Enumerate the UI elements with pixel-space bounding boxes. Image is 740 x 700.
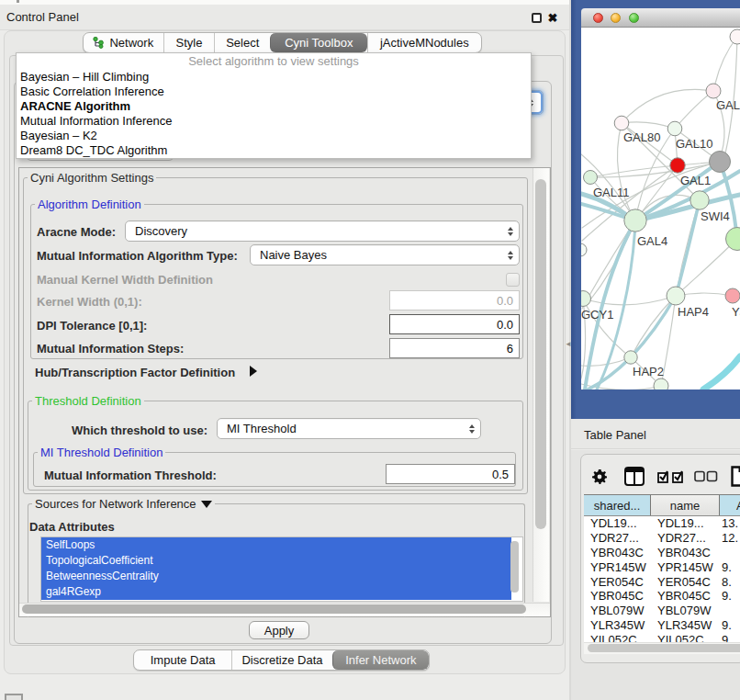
table-row[interactable]: YLR345WYLR345W9. (584, 618, 740, 633)
dpi-tolerance-value: 0.0 (497, 318, 513, 332)
network-tree-icon (93, 37, 105, 49)
table-cell: YDL19... (584, 516, 651, 530)
table-hscrollbar-thumb[interactable] (588, 644, 740, 652)
float-window-button[interactable] (532, 13, 542, 23)
table-cell: YER054C (651, 575, 720, 589)
tab-style[interactable]: Style (163, 33, 215, 52)
network-edge[interactable] (703, 356, 740, 390)
tab-cyni-toolbox[interactable]: Cyni Toolbox (270, 33, 367, 52)
mi-type-combo[interactable]: Naive Bayes (250, 244, 520, 265)
gear-icon[interactable] (592, 469, 607, 484)
attribute-item-topologicalcoefficient[interactable]: TopologicalCoefficient (41, 553, 511, 569)
network-node-SWI4[interactable] (690, 191, 709, 209)
network-node-label: GAL2 (716, 98, 740, 112)
bottom-left-cut-button[interactable] (5, 694, 23, 700)
settings-vscrollbar-thumb[interactable] (535, 179, 546, 529)
tab-label: Select (226, 36, 259, 50)
network-edge[interactable] (583, 296, 676, 305)
hub-expand-arrow-icon[interactable] (250, 366, 257, 377)
document-icon[interactable] (731, 466, 740, 487)
data-attributes-list[interactable]: SelfLoopsTopologicalCoefficientBetweenne… (40, 536, 523, 602)
mi-threshold-field[interactable]: 0.5 (386, 464, 515, 484)
close-panel-button[interactable]: ✖ (546, 11, 559, 26)
tab-network[interactable]: Network (84, 33, 163, 52)
network-node-n-biggreen[interactable] (726, 228, 740, 251)
dropdown-item-aracne-algorithm[interactable]: ARACNE Algorithm (17, 99, 531, 114)
network-node-n-leftedge[interactable] (581, 243, 587, 256)
network-edge[interactable] (725, 37, 737, 153)
apply-button[interactable]: Apply (249, 621, 309, 639)
network-node-GAL2[interactable] (706, 84, 721, 98)
network-node-GAL4[interactable] (624, 209, 646, 231)
table-row[interactable]: YBR043CYBR043C (584, 546, 740, 560)
table-cell: YBR045C (651, 589, 720, 603)
kernel-width-field[interactable]: 0.0 (389, 290, 520, 310)
attribute-item-selfloops[interactable]: SelfLoops (41, 537, 511, 553)
dropdown-item-basic-correlation-inference[interactable]: Basic Correlation Inference (17, 85, 531, 99)
attribute-item-betweennesscentrality[interactable]: BetweennessCentrality (41, 569, 511, 584)
network-node-GCY1[interactable] (581, 291, 591, 307)
tab-infer-network[interactable]: Infer Network (332, 650, 429, 670)
network-node-HAP4[interactable] (667, 287, 685, 305)
network-node-GAL10[interactable] (667, 121, 682, 136)
column-header-label: A (736, 499, 740, 513)
manual-kernel-checkbox[interactable] (506, 273, 520, 287)
attributes-list-scrollbar-thumb[interactable] (510, 541, 519, 593)
network-edge[interactable] (675, 91, 713, 129)
tab-select[interactable]: Select (214, 33, 270, 52)
node-table: shared...nameA YDL19...YDL19...13.YDR27.… (584, 494, 740, 654)
network-node-GAL11[interactable] (584, 171, 598, 185)
network-node-n-topright[interactable] (730, 29, 740, 44)
control-panel-tabs: NetworkStyleSelectCyni ToolboxjActiveMNo… (83, 32, 482, 53)
column-header-shared[interactable]: shared... (584, 495, 651, 515)
dropdown-item-dream8-dc-tdc-algorithm[interactable]: Dream8 DC_TDC Algorithm (17, 143, 531, 158)
column-header-label: shared... (594, 499, 641, 513)
network-node-n-gray[interactable] (710, 152, 731, 173)
which-threshold-combo[interactable]: MI Threshold (217, 418, 481, 439)
dpi-tolerance-field[interactable]: 0.0 (389, 314, 520, 334)
table-row[interactable]: YPR145WYPR145W9. (584, 559, 740, 574)
column-header-name[interactable]: name (651, 495, 720, 515)
divider-collapse-icon[interactable]: ◄ (565, 340, 570, 348)
sources-group-title[interactable]: Sources for Network Inference (32, 497, 215, 511)
cyni-settings-group-title: Cyni Algorithm Settings (28, 171, 156, 185)
tab-jactivemnodules[interactable]: jActiveMNodules (367, 33, 481, 52)
network-node-label: GAL11 (593, 186, 630, 199)
unchecked-boxes-icon[interactable] (694, 470, 718, 482)
close-window-icon[interactable] (593, 13, 603, 23)
table-row[interactable]: YBL079WYBL079W (584, 604, 740, 618)
dropdown-item-bayesian-hill-climbing[interactable]: Bayesian – Hill Climbing (17, 70, 531, 85)
dropdown-item-mutual-information-inference[interactable]: Mutual Information Inference (17, 114, 531, 129)
network-node-n-salmon[interactable] (725, 288, 740, 303)
algorithm-definition-title: Algorithm Definition (35, 198, 144, 211)
aracne-mode-combo[interactable]: Discovery (125, 220, 520, 242)
zoom-window-icon[interactable] (629, 13, 639, 23)
tab-label: Style (176, 36, 203, 50)
network-node-HAP2[interactable] (624, 351, 637, 364)
network-canvas[interactable]: GAL2GAL80GAL10GAL1GAL11SWI4GAL4GCY1HAP4Y… (581, 28, 740, 390)
split-view-icon[interactable] (624, 467, 645, 486)
network-edge[interactable] (622, 89, 713, 123)
cyni-bottom-tabs: Impute DataDiscretize DataInfer Network (133, 649, 430, 671)
network-node-label: HAP2 (633, 365, 664, 378)
mi-steps-value: 6 (507, 342, 513, 356)
network-node-GAL1[interactable] (670, 158, 685, 173)
settings-hscrollbar-thumb[interactable] (22, 604, 526, 614)
mi-steps-field[interactable]: 6 (389, 338, 520, 358)
table-row[interactable]: YDL19...YDL19...13. (584, 516, 740, 531)
network-node-GAL80[interactable] (614, 116, 629, 130)
tab-discretize-data[interactable]: Discretize Data (231, 650, 331, 670)
tab-impute-data[interactable]: Impute Data (134, 650, 231, 670)
dropdown-item-bayesian-k2[interactable]: Bayesian – K2 (17, 129, 531, 143)
column-header-A[interactable]: A (720, 495, 740, 515)
network-node-n-bottom[interactable] (654, 378, 668, 390)
top-mark (17, 0, 19, 3)
table-row[interactable]: YBR045CYBR045C9. (584, 589, 740, 604)
table-row[interactable]: YDR27...YDR27...12. (584, 531, 740, 546)
table-row[interactable]: YER054CYER054C8. (584, 574, 740, 589)
network-edge[interactable] (622, 122, 675, 129)
attribute-item-gal4rgexp[interactable]: gal4RGexp (41, 584, 511, 600)
minimize-window-icon[interactable] (611, 13, 621, 23)
network-window-titlebar[interactable] (581, 8, 740, 28)
checked-boxes-icon[interactable] (657, 470, 685, 484)
